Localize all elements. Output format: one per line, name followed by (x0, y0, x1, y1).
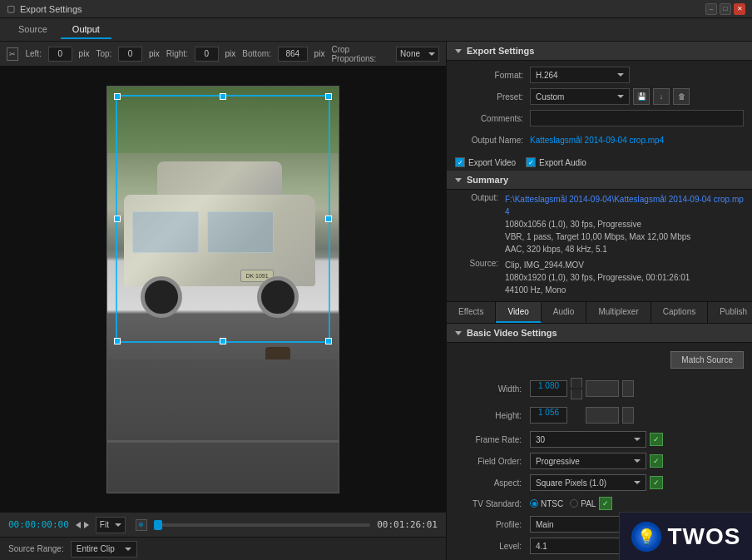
top-unit: pix (149, 49, 160, 58)
timeline-bar[interactable] (154, 523, 370, 527)
export-video-checkbox[interactable]: ✓ (455, 157, 465, 167)
aspect-check-icon: ✓ (650, 476, 663, 489)
frame-rate-label: Frame Rate: (455, 435, 530, 444)
fit-dropdown-arrow-icon (115, 523, 121, 527)
height-checkbox-area[interactable] (622, 407, 634, 424)
profile-value: Main (536, 520, 554, 529)
format-dropdown[interactable]: H.264 (530, 67, 630, 83)
bottom-unit: pix (314, 49, 325, 58)
fit-label: Fit (100, 520, 109, 529)
aspect-dropdown[interactable]: Square Pixels (1.0) (530, 474, 646, 491)
match-source-button[interactable]: Match Source (670, 351, 744, 369)
pal-radio[interactable]: PAL (570, 499, 596, 508)
export-options-row: ✓ Export Video ✓ Export Audio (447, 154, 752, 171)
twos-text: TWOS (668, 523, 741, 550)
crop-icon[interactable]: ✂ (7, 47, 18, 61)
title-bar-controls: – □ ✕ (705, 3, 745, 15)
source-range-bar: Source Range: Entire Clip (0, 537, 446, 560)
step-back-icon[interactable] (76, 522, 81, 528)
left-panel: ✂ Left: 0 pix Top: 0 pix Right: 0 pix Bo… (0, 42, 447, 560)
source-details2: 44100 Hz, Mono (505, 284, 744, 296)
export-audio-checkbox[interactable]: ✓ (526, 157, 536, 167)
summary-section: Output: F:\Katteslagsmål 2014-09-04\Katt… (447, 190, 752, 301)
bottom-value[interactable]: 864 (278, 47, 308, 62)
right-tabs: Effects Video Audio Multiplexer Captions… (447, 301, 752, 324)
left-unit: pix (79, 49, 90, 58)
tab-video[interactable]: Video (496, 302, 541, 323)
window-title: Export Settings (20, 4, 82, 14)
width-checkbox-area[interactable] (622, 380, 634, 397)
step-forward-icon[interactable] (84, 522, 89, 528)
height-extra-input[interactable] (586, 407, 619, 424)
width-label: Width: (455, 384, 530, 394)
save-preset-button[interactable]: 💾 (633, 88, 650, 105)
tab-effects[interactable]: Effects (447, 302, 496, 323)
tab-multiplexer[interactable]: Multiplexer (586, 302, 651, 323)
width-extra-input[interactable] (586, 380, 619, 397)
match-source-container: Match Source (447, 351, 744, 369)
comments-input[interactable] (530, 110, 744, 126)
pal-radio-dot (570, 499, 578, 508)
view-controls: ⊕ (136, 519, 147, 531)
frame-rate-arrow-icon (634, 438, 641, 441)
aspect-value-group: Square Pixels (1.0) ✓ (530, 474, 744, 491)
summary-title: Summary (467, 175, 508, 185)
basic-video-arrow-icon[interactable] (455, 331, 462, 335)
tab-captions[interactable]: Captions (651, 302, 708, 323)
basic-video-title: Basic Video Settings (467, 328, 557, 338)
frame-rate-dropdown[interactable]: 30 (530, 431, 646, 448)
summary-arrow-icon[interactable] (455, 178, 462, 182)
width-input[interactable]: 1 080 (530, 380, 567, 397)
field-order-arrow-icon (634, 459, 641, 463)
tab-output[interactable]: Output (61, 21, 111, 39)
maximize-button[interactable]: □ (720, 3, 731, 15)
import-preset-button[interactable]: ↓ (653, 88, 670, 105)
delete-preset-button[interactable]: 🗑 (673, 88, 690, 105)
right-value[interactable]: 0 (195, 47, 219, 62)
summary-header: Summary (447, 171, 752, 190)
left-value[interactable]: 0 (48, 47, 72, 62)
output-details2: VBR, 1 pass, Target 10,00 Mbps, Max 12,0… (505, 230, 744, 243)
summary-source-label: Source: (455, 259, 505, 296)
ntsc-label: NTSC (541, 499, 563, 508)
profile-label: Profile: (455, 520, 530, 529)
source-range-select[interactable]: Entire Clip (71, 541, 137, 558)
crop-proportions-select[interactable]: None (396, 47, 439, 62)
height-input[interactable]: 1 056 (530, 407, 567, 424)
tab-publish[interactable]: Publish (708, 302, 752, 323)
output-name-link[interactable]: Katteslagsmål 2014-09-04 crop.mp4 (530, 136, 664, 145)
level-label: Level: (455, 542, 530, 551)
export-settings-header: Export Settings (447, 42, 752, 61)
close-button[interactable]: ✕ (734, 3, 745, 15)
timeline-head[interactable] (154, 520, 162, 530)
output-name-label: Output Name: (455, 136, 530, 145)
summary-source-details: Clip, IMG_2944.MOV 1080x1920 (1,0), 30 f… (505, 259, 744, 296)
top-value[interactable]: 0 (118, 47, 142, 62)
width-value-group: 1 080 (530, 378, 744, 399)
tab-source[interactable]: Source (7, 21, 59, 39)
ntsc-radio[interactable]: NTSC (530, 499, 563, 508)
aspect-label: Aspect: (455, 478, 530, 488)
minimize-button[interactable]: – (705, 3, 717, 15)
format-value: H.264 (530, 67, 744, 83)
top-label: Top: (96, 49, 111, 58)
export-video-label: Export Video (468, 158, 516, 167)
height-row: Height: 1 056 (447, 402, 752, 429)
tab-audio[interactable]: Audio (542, 302, 587, 323)
field-order-row: Field Order: Progressive ✓ (447, 450, 752, 472)
fit-select[interactable]: Fit (96, 517, 126, 533)
width-row: Width: 1 080 (447, 375, 752, 402)
preset-dropdown[interactable]: Custom (530, 88, 630, 105)
basic-video-header: Basic Video Settings (447, 324, 752, 343)
pal-label: PAL (581, 499, 596, 508)
dropdown-arrow-icon (428, 52, 435, 56)
collapse-arrow-icon[interactable] (455, 49, 462, 53)
preset-dropdown-value: Custom (536, 92, 564, 102)
zoom-icon[interactable]: ⊕ (136, 519, 147, 531)
field-order-label: Field Order: (455, 457, 530, 466)
timecode-end: 00:01:26:01 (377, 519, 438, 530)
export-video-item: ✓ Export Video (455, 157, 516, 167)
field-order-dropdown[interactable]: Progressive (530, 453, 646, 469)
preset-label: Preset: (455, 92, 530, 102)
tv-standard-value-group: NTSC PAL ✓ (530, 497, 744, 510)
